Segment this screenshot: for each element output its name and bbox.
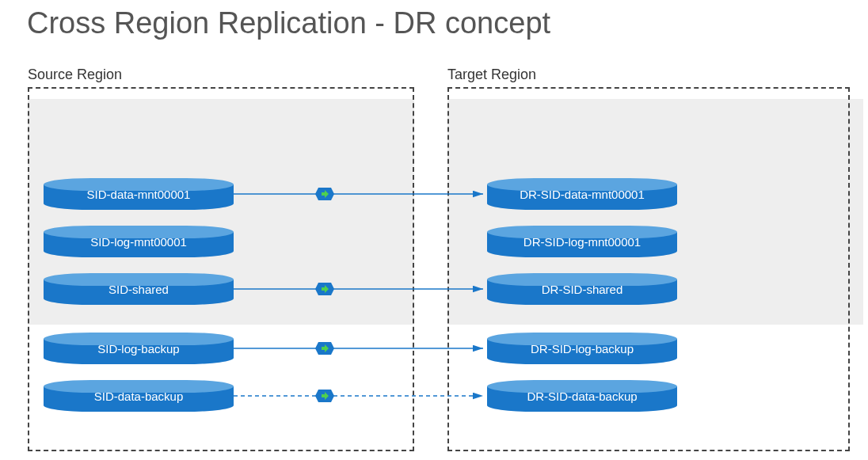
target-log-volume: DR-SID-log-mnt00001 — [487, 226, 677, 257]
source-shared-volume: SID-shared — [44, 273, 234, 305]
source-region-label: Source Region — [28, 67, 122, 83]
source-data-backup-volume: SID-data-backup — [44, 380, 234, 412]
storage-replication-icon — [315, 184, 334, 203]
storage-replication-icon — [315, 339, 334, 358]
storage-replication-icon — [315, 386, 334, 405]
source-log-volume: SID-log-mnt00001 — [44, 226, 234, 257]
target-log-backup-volume: DR-SID-log-backup — [487, 333, 677, 364]
target-data-volume: DR-SID-data-mnt00001 — [487, 178, 677, 210]
diagram-title: Cross Region Replication - DR concept — [27, 6, 550, 40]
target-data-backup-volume: DR-SID-data-backup — [487, 380, 677, 412]
target-shared-volume: DR-SID-shared — [487, 273, 677, 305]
source-data-volume: SID-data-mnt00001 — [44, 178, 234, 210]
storage-replication-icon — [315, 279, 334, 298]
source-log-backup-volume: SID-log-backup — [44, 333, 234, 364]
target-region-label: Target Region — [447, 67, 536, 83]
